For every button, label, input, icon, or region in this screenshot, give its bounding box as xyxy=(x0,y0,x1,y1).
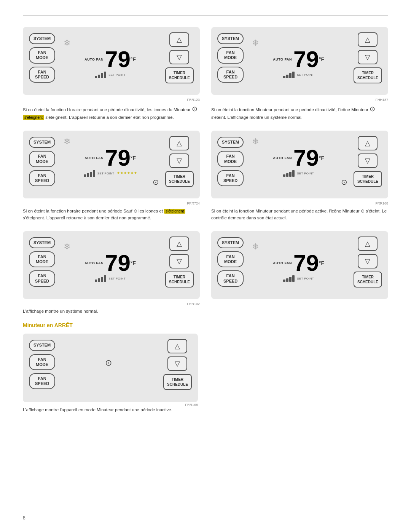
set-point-label-3r: SET POINT xyxy=(297,277,314,280)
temp-unit-3r: °F xyxy=(319,260,324,266)
temp-value-2l: 79 xyxy=(105,147,131,169)
left-buttons-minuteur: SYSTEM FANMODE FANSPEED xyxy=(29,340,55,389)
timer-schedule-btn-minuteur[interactable]: TIMERSCHEDULE xyxy=(163,374,192,390)
up-arrow-btn-2r[interactable]: △ xyxy=(358,136,378,150)
fan-speed-btn-1r[interactable]: FANSPEED xyxy=(217,67,244,83)
timer-schedule-btn-1r[interactable]: TIMERSCHEDULE xyxy=(354,67,382,83)
panel-row-3: SYSTEM FANMODE FANSPEED ❄ AUTO FAN 79 °F xyxy=(23,231,388,315)
system-btn-2l[interactable]: SYSTEM xyxy=(29,137,55,148)
temp-unit-2r: °F xyxy=(319,155,324,161)
fan-mode-btn-1r[interactable]: FANMODE xyxy=(217,47,244,63)
center-display-1l: ❄ AUTO FAN 79 °F SET P xyxy=(58,38,162,78)
temp-unit-2l: °F xyxy=(131,155,136,161)
col-left-1: SYSTEM FANMODE FANSPEED ❄ AUTO FAN 79 °F xyxy=(23,27,200,121)
fan-mode-btn-3l[interactable]: FANMODE xyxy=(29,251,55,267)
system-btn-3r[interactable]: SYSTEM xyxy=(217,237,244,248)
system-btn-3l[interactable]: SYSTEM xyxy=(29,237,55,248)
system-btn-minuteur[interactable]: SYSTEM xyxy=(29,340,55,351)
timer-schedule-btn-1l[interactable]: TIMERSCHEDULE xyxy=(165,67,194,83)
thermostat-panel-minuteur: SYSTEM FANMODE FANSPEED ⊙ △ ▽ TIMERSCHED… xyxy=(23,334,198,402)
temp-value-3r: 79 xyxy=(293,252,319,275)
col-right-1: SYSTEM FANMODE FANSPEED ❄ AUTO FAN 79 °F xyxy=(211,27,388,121)
page-number: 8 xyxy=(23,515,25,521)
system-btn-1r[interactable]: SYSTEM xyxy=(217,33,244,44)
thermostat-panel-3r: SYSTEM FANMODE FANSPEED ❄ AUTO FAN 79 °F xyxy=(211,231,388,299)
right-buttons-3r: △ ▽ TIMERSCHEDULE xyxy=(354,236,382,288)
snowflake-icon-2l: ❄ xyxy=(64,137,70,147)
clock-icon-2r: ⊙ xyxy=(341,177,347,187)
caption-2r: FRR168 xyxy=(211,201,388,205)
fan-mode-btn-3r[interactable]: FANMODE xyxy=(217,251,244,267)
fan-speed-btn-1l[interactable]: FANSPEED xyxy=(29,67,55,83)
auto-fan-label-1l: AUTO FAN xyxy=(84,58,104,61)
down-arrow-btn-2l[interactable]: ▽ xyxy=(169,153,189,168)
up-arrow-btn-minuteur[interactable]: △ xyxy=(167,339,187,353)
down-arrow-btn-minuteur[interactable]: ▽ xyxy=(167,356,187,371)
timer-schedule-btn-3l[interactable]: TIMERSCHEDULE xyxy=(165,272,194,288)
auto-fan-label-3l: AUTO FAN xyxy=(84,261,104,265)
desc-3l: L'affichage montre un système normal. xyxy=(23,308,200,315)
volume-bar-1r xyxy=(283,72,295,78)
temp-unit-1l: °F xyxy=(131,56,136,62)
up-arrow-btn-1l[interactable]: △ xyxy=(169,32,189,47)
snowflake-icon-3l: ❄ xyxy=(64,242,70,252)
down-arrow-btn-2r[interactable]: ▽ xyxy=(358,153,378,168)
right-buttons-2r: △ ▽ TIMERSCHEDULE xyxy=(354,136,382,187)
set-point-label-3l: SET POINT xyxy=(108,277,126,280)
timer-schedule-btn-2l[interactable]: TIMERSCHEDULE xyxy=(165,171,194,187)
up-arrow-btn-2l[interactable]: △ xyxy=(169,136,189,150)
left-buttons-2l: SYSTEM FANMODE FANSPEED xyxy=(29,137,55,186)
up-arrow-btn-1r[interactable]: △ xyxy=(358,32,378,47)
desc-1l: Si on éteint la fonction Horaire pendant… xyxy=(23,104,200,121)
fan-speed-btn-3l[interactable]: FANSPEED xyxy=(29,270,55,286)
snowflake-icon-1r: ❄ xyxy=(252,38,259,48)
temp-unit-1r: °F xyxy=(319,56,324,62)
top-divider xyxy=(23,15,388,16)
fan-speed-btn-3r[interactable]: FANSPEED xyxy=(217,270,244,286)
volume-bar-3l xyxy=(95,275,106,282)
left-buttons-1l: SYSTEM FANMODE FANSPEED xyxy=(29,33,55,83)
set-point-label-1r: SET POINT xyxy=(297,73,314,77)
right-buttons-1l: △ ▽ TIMERSCHEDULE xyxy=(165,32,194,83)
clock-icon-2l: ⊙ xyxy=(153,177,159,187)
system-btn-2r[interactable]: SYSTEM xyxy=(217,137,244,148)
thermostat-panel-1l: SYSTEM FANMODE FANSPEED ❄ AUTO FAN 79 °F xyxy=(23,27,200,95)
down-arrow-btn-3l[interactable]: ▽ xyxy=(169,254,189,268)
col-left-3: SYSTEM FANMODE FANSPEED ❄ AUTO FAN 79 °F xyxy=(23,231,200,315)
left-buttons-3l: SYSTEM FANMODE FANSPEED xyxy=(29,237,55,287)
fan-mode-btn-1l[interactable]: FANMODE xyxy=(29,47,55,63)
set-point-label-1l: SET POINT xyxy=(108,73,126,77)
snowflake-icon-3r: ❄ xyxy=(252,242,259,252)
snowflake-icon-2r: ❄ xyxy=(252,137,259,147)
fan-speed-btn-minuteur[interactable]: FANSPEED xyxy=(29,373,55,389)
col-right-2: SYSTEM FANMODE FANSPEED ❄ AUTO FAN 79 °F xyxy=(211,131,388,221)
volume-bar-2r xyxy=(283,170,295,177)
down-arrow-btn-3r[interactable]: ▽ xyxy=(358,254,378,268)
set-point-label-2l: SET POINT xyxy=(97,172,115,175)
set-point-label-2r: SET POINT xyxy=(297,172,314,175)
right-buttons-minuteur: △ ▽ TIMERSCHEDULE xyxy=(163,339,192,390)
fan-mode-btn-2l[interactable]: FANMODE xyxy=(29,151,55,167)
right-buttons-3l: △ ▽ TIMERSCHEDULE xyxy=(165,236,194,288)
left-buttons-3r: SYSTEM FANMODE FANSPEED xyxy=(217,237,244,287)
desc-2r: Si on éteint la fonction Minuteur pendan… xyxy=(211,208,388,221)
fan-mode-btn-2r[interactable]: FANMODE xyxy=(217,151,244,167)
fan-mode-btn-minuteur[interactable]: FANMODE xyxy=(29,354,55,370)
down-arrow-btn-1r[interactable]: ▽ xyxy=(358,50,378,64)
left-buttons-2r: SYSTEM FANMODE FANSPEED xyxy=(217,137,244,186)
timer-schedule-btn-3r[interactable]: TIMERSCHEDULE xyxy=(354,272,382,288)
col-right-3: SYSTEM FANMODE FANSPEED ❄ AUTO FAN 79 °F xyxy=(211,231,388,299)
caption-1r: FHH187 xyxy=(211,98,388,102)
temp-value-1l: 79 xyxy=(105,48,131,71)
temp-unit-3l: °F xyxy=(131,260,136,266)
fan-speed-btn-2r[interactable]: FANSPEED xyxy=(217,170,244,186)
fan-speed-btn-2l[interactable]: FANSPEED xyxy=(29,170,55,186)
system-btn-1l[interactable]: SYSTEM xyxy=(29,33,55,44)
center-display-2l: ❄ AUTO FAN 79 °F SET P xyxy=(58,137,162,187)
panel-row-2: SYSTEM FANMODE FANSPEED ❄ AUTO FAN 79 °F xyxy=(23,131,388,221)
up-arrow-btn-3r[interactable]: △ xyxy=(358,236,378,251)
up-arrow-btn-3l[interactable]: △ xyxy=(169,236,189,251)
timer-schedule-btn-2r[interactable]: TIMERSCHEDULE xyxy=(354,171,382,187)
down-arrow-btn-1l[interactable]: ▽ xyxy=(169,50,189,64)
page-content: SYSTEM FANMODE FANSPEED ❄ AUTO FAN 79 °F xyxy=(23,15,388,413)
